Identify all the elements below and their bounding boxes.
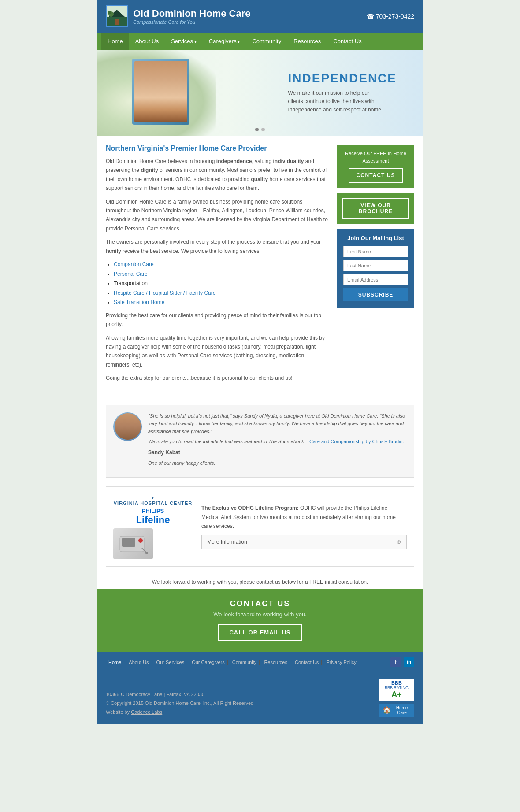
services-list: Companion Care Personal Care Transportat…	[114, 260, 328, 308]
bbb-grade: A+	[383, 690, 411, 699]
testimonial-author-sub: One of our many happy clients.	[148, 460, 407, 467]
assessment-box: Receive Our FREE In-Home Assessment CONT…	[337, 145, 414, 188]
para-1: Old Dominion Home Care believes in honor…	[106, 157, 328, 193]
footer-info: 10366-C Democracy Lane | Fairfax, VA 220…	[106, 690, 253, 716]
hero-description: We make it our mission to help our clien…	[288, 89, 385, 115]
main-nav: Home About Us Services Caregivers Commun…	[97, 33, 423, 50]
mailing-title: Join Our Mailing List	[343, 235, 408, 241]
lifeline-description: The Exclusive ODHC Lifeline Program: ODH…	[201, 504, 407, 549]
vhc-text: ▼ VIRGINIA HOSPITAL CENTER	[113, 494, 193, 506]
hero-content: INDEPENDENCE We make it our mission to h…	[288, 71, 397, 115]
contact-subtitle: We look forward to working with you.	[108, 611, 412, 618]
logo-text: Old Dominion Home Care Compassionate Car…	[133, 8, 250, 25]
footer-nav: Home About Us Our Services Our Caregiver…	[97, 652, 423, 673]
svg-rect-3	[115, 19, 119, 25]
testimonial-avatar	[115, 413, 141, 440]
first-name-input[interactable]	[343, 246, 408, 257]
bbb-badge: BBB BBB RATING A+	[379, 679, 414, 701]
assessment-text: Receive Our FREE In-Home Assessment	[342, 150, 409, 164]
testimonial-text: "She is so helpful, but it's not just th…	[148, 412, 407, 470]
footer-link-contact[interactable]: Contact Us	[292, 660, 322, 665]
para-3: The owners are personally involved in ev…	[106, 237, 328, 256]
brochure-box: VIEW OUR BROCHURE	[337, 193, 414, 224]
nav-community[interactable]: Community	[246, 33, 287, 50]
sidebar: Receive Our FREE In-Home Assessment CONT…	[337, 145, 414, 387]
footer-website: Website by Cadence Labs	[106, 708, 253, 717]
testimonial-link[interactable]: Care and Companionship by Christy Brudin…	[309, 439, 404, 444]
dot-1[interactable]	[255, 128, 259, 131]
site-title: Old Dominion Home Care	[133, 8, 250, 19]
site-tagline: Compassionate Care for You	[133, 19, 250, 25]
service-transport: Transportation	[114, 279, 328, 289]
homecare-badge: 🏠 Home Care	[379, 704, 414, 717]
subscribe-button[interactable]: SUBSCRIBE	[343, 288, 408, 301]
lifeline-program-label: The Exclusive ODHC Lifeline Program:	[201, 505, 299, 511]
footer-link-services[interactable]: Our Services	[154, 660, 188, 665]
facebook-icon[interactable]: f	[390, 657, 401, 667]
nav-about[interactable]: About Us	[129, 33, 165, 50]
more-info-button[interactable]: More Information	[201, 535, 407, 549]
nav-resources[interactable]: Resources	[287, 33, 327, 50]
lifeline-footer-text: We look forward to working with you, ple…	[97, 575, 423, 589]
footer-address: 10366-C Democracy Lane | Fairfax, VA 220…	[106, 690, 253, 699]
hero-portrait-inner	[134, 61, 187, 122]
lifeline-logo: ▼ VIRGINIA HOSPITAL CENTER PHILIPS Lifel…	[113, 494, 193, 559]
homecare-label: Home Care	[393, 705, 411, 715]
testimonial-image	[113, 412, 142, 441]
service-personal: Personal Care	[114, 270, 328, 279]
lifeline-section: ▼ VIRGINIA HOSPITAL CENTER PHILIPS Lifel…	[106, 486, 414, 567]
bbb-title: BBB	[383, 680, 411, 686]
lifeline-brand: Lifeline	[113, 514, 193, 526]
svg-point-5	[108, 11, 111, 14]
footer-link-about[interactable]: About Us	[126, 660, 152, 665]
nav-caregivers[interactable]: Caregivers	[203, 33, 246, 50]
footer-link-resources[interactable]: Resources	[261, 660, 290, 665]
logo-icon	[106, 5, 128, 27]
bbb-rating-label: BBB RATING	[383, 686, 411, 690]
last-name-input[interactable]	[343, 260, 408, 271]
lifeline-program-text: The Exclusive ODHC Lifeline Program: ODH…	[201, 504, 407, 530]
testimonial-section: "She is so helpful, but it's not just th…	[106, 405, 414, 478]
svg-point-8	[138, 538, 143, 543]
contact-us-button[interactable]: CONTACT US	[349, 168, 403, 183]
service-transition: Safe Transition Home	[114, 298, 328, 308]
footer-link-caregivers[interactable]: Our Caregivers	[189, 660, 228, 665]
social-icons: f in	[390, 657, 414, 667]
content-area: Northern Virginia's Premier Home Care Pr…	[106, 145, 328, 387]
para-6: Going the extra step for our clients...b…	[106, 374, 328, 382]
header-phone[interactable]: 703-273-0422	[367, 13, 414, 20]
para-5: Allowing families more quality time toge…	[106, 334, 328, 370]
hero-section: INDEPENDENCE We make it our mission to h…	[97, 50, 423, 136]
nav-contact[interactable]: Contact Us	[327, 33, 368, 50]
vhc-label: VIRGINIA HOSPITAL CENTER	[113, 501, 193, 506]
hero-title: INDEPENDENCE	[288, 71, 397, 85]
call-email-button[interactable]: CALL OR EMAIL US	[218, 624, 302, 641]
dot-2[interactable]	[261, 128, 265, 131]
hero-portrait	[132, 59, 189, 125]
svg-point-10	[145, 552, 148, 554]
mailing-box: Join Our Mailing List SUBSCRIBE	[337, 229, 414, 308]
footer-link-community[interactable]: Community	[230, 660, 260, 665]
footer-link-home[interactable]: Home	[106, 660, 124, 665]
main-content: Northern Virginia's Premier Home Care Pr…	[97, 136, 423, 396]
nav-home[interactable]: Home	[101, 33, 129, 50]
philips-brand: PHILIPS	[113, 508, 193, 514]
footer-copyright: © Copyright 2015 Old Dominion Home Care,…	[106, 699, 253, 708]
main-heading: Northern Virginia's Premier Home Care Pr…	[106, 145, 328, 152]
contact-title: CONTACT US	[108, 599, 412, 608]
footer-link-privacy[interactable]: Privacy Policy	[323, 660, 359, 665]
testimonial-quote: "She is so helpful, but it's not just th…	[148, 412, 407, 436]
para-2: Old Dominion Home Care is a family owned…	[106, 197, 328, 234]
svg-rect-7	[122, 538, 135, 547]
nav-services[interactable]: Services	[165, 33, 203, 50]
footer-bottom: 10366-C Democracy Lane | Fairfax, VA 220…	[97, 673, 423, 724]
footer-badges: BBB BBB RATING A+ 🏠 Home Care	[379, 679, 414, 717]
linkedin-icon[interactable]: in	[404, 657, 414, 667]
brochure-button[interactable]: VIEW OUR BROCHURE	[342, 198, 409, 219]
service-respite: Respite Care / Hospital Sitter / Facilit…	[114, 289, 328, 298]
cadence-labs-link[interactable]: Cadence Labs	[131, 709, 162, 715]
testimonial-invite: We invite you to read the full article t…	[148, 438, 407, 446]
site-header: Old Dominion Home Care Compassionate Car…	[97, 0, 423, 33]
device-image	[113, 528, 153, 559]
email-input[interactable]	[343, 274, 408, 285]
